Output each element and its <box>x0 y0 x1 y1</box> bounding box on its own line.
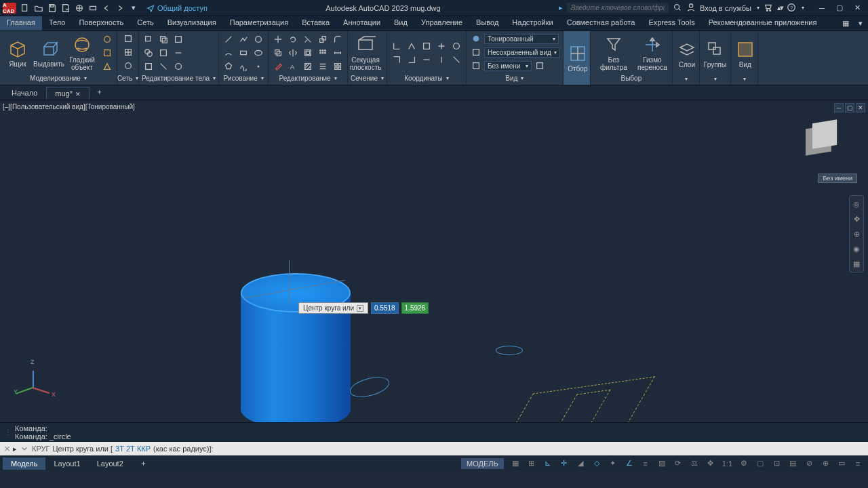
panel-solidedit-label[interactable]: Редактирование тела▾ <box>142 73 216 83</box>
tab-dd-icon[interactable]: ▾ <box>853 16 868 30</box>
viewport-label[interactable]: [–][Пользовательский вид][Тонированный] <box>3 103 135 110</box>
filetab-new-icon[interactable]: ＋ <box>90 84 109 100</box>
tab-annotate[interactable]: Аннотации <box>336 16 387 30</box>
tab-view[interactable]: Вид <box>387 16 414 30</box>
cycling-icon[interactable]: ⟳ <box>671 458 686 470</box>
cmd-run-icon[interactable]: ▸ <box>13 445 17 453</box>
layers-button[interactable]: Слои <box>675 38 698 70</box>
app-icon[interactable]: A CAD <box>3 3 16 14</box>
3dosnap-icon[interactable]: ✦ <box>606 458 620 470</box>
tab-mesh[interactable]: Сеть <box>130 16 160 30</box>
annotation-icon[interactable]: ⚖ <box>687 458 702 470</box>
mod-stretch-icon[interactable] <box>331 47 344 59</box>
maximize-icon[interactable]: ▢ <box>831 2 848 14</box>
extrude-button[interactable]: Выдавить <box>34 37 64 69</box>
handle-sketch[interactable] <box>348 373 392 401</box>
se-2-icon[interactable] <box>157 33 170 45</box>
app-store-icon[interactable]: ▴▾ <box>777 3 783 12</box>
tab-featured[interactable]: Рекомендованные приложения <box>702 16 824 30</box>
search-input[interactable] <box>567 3 669 13</box>
nav-zoom-icon[interactable]: ⊕ <box>851 228 862 239</box>
gizmo-button[interactable]: Гизмопереноса <box>635 33 669 73</box>
vp-close-icon[interactable]: ✕ <box>856 103 865 113</box>
qat-plot-icon[interactable] <box>87 2 99 14</box>
workspace-icon[interactable]: ⚙ <box>736 458 751 470</box>
visual-style-combo[interactable]: Тонированный▾ <box>484 34 559 44</box>
cart-icon[interactable] <box>764 3 773 14</box>
mesh-tool-1-icon[interactable] <box>121 33 135 45</box>
ucs-8-icon[interactable] <box>420 54 433 66</box>
mod-array-icon[interactable] <box>316 47 330 59</box>
help-icon[interactable]: ? <box>787 3 796 14</box>
tab-manage[interactable]: Управление <box>414 16 469 30</box>
cmd-close-icon[interactable]: ✕ <box>4 445 10 453</box>
mod-scale-icon[interactable] <box>316 33 330 45</box>
panel-viewpanel-dd[interactable]: ▾ <box>734 75 755 83</box>
panel-view-label[interactable]: Вид▾ <box>469 73 560 83</box>
vp-maximize-icon[interactable]: ▢ <box>845 103 854 113</box>
se-1-icon[interactable] <box>142 33 155 45</box>
qat-saveas-icon[interactable] <box>60 2 72 14</box>
qat-new-icon[interactable] <box>19 2 31 14</box>
mod-hatch-icon[interactable] <box>301 60 315 73</box>
tab-addins[interactable]: Надстройки <box>505 16 559 30</box>
tab-insert[interactable]: Вставка <box>295 16 336 30</box>
named-view-combo[interactable]: Без имени▾ <box>484 61 532 71</box>
section-button[interactable]: Секущаяплоскость <box>351 33 380 73</box>
viewcube-label[interactable]: Без имени <box>818 174 857 183</box>
user-icon[interactable] <box>686 3 696 14</box>
qat-dd-icon[interactable]: ▾ <box>127 2 140 14</box>
mesh-tool-3-icon[interactable] <box>121 60 135 72</box>
layout-add-icon[interactable]: ＋ <box>132 456 155 470</box>
tab-collab[interactable]: Совместная работа <box>560 16 642 30</box>
osnap-icon[interactable]: ◇ <box>589 458 604 470</box>
annomonitor-icon[interactable]: ▢ <box>753 458 768 470</box>
tab-surface[interactable]: Поверхность <box>72 16 130 30</box>
isolate-icon[interactable]: ⊘ <box>802 458 816 470</box>
minimize-icon[interactable]: ─ <box>814 2 830 14</box>
snap-icon[interactable]: ⊞ <box>524 458 539 470</box>
sketch-right[interactable] <box>498 376 655 422</box>
cleanscreen-icon[interactable]: ▭ <box>834 458 849 470</box>
filetab-mug[interactable]: mug*✕ <box>46 87 90 100</box>
solid-tool-2-icon[interactable] <box>100 47 114 59</box>
close-icon[interactable]: ✕ <box>849 2 865 14</box>
se-8-icon[interactable] <box>157 60 170 73</box>
ucs-9-icon[interactable] <box>435 54 448 66</box>
panel-layers-dd[interactable]: ▾ <box>675 75 696 83</box>
iso-icon[interactable]: ◢ <box>573 458 588 470</box>
panel-modify-label[interactable]: Редактирование▾ <box>271 73 344 83</box>
draw-circle-icon[interactable] <box>252 33 265 45</box>
vs-named-icon[interactable] <box>469 60 483 72</box>
vp-minimize-icon[interactable]: ─ <box>834 103 844 113</box>
tab-home[interactable]: Главная <box>0 16 42 30</box>
share-link[interactable]: Общий доступ <box>146 4 208 12</box>
units-icon[interactable]: ⊡ <box>769 458 784 470</box>
nav-showmotion-icon[interactable]: ▦ <box>851 258 862 269</box>
ucs-5-icon[interactable] <box>450 40 463 52</box>
mod-trim-icon[interactable] <box>301 33 315 45</box>
tab-solid[interactable]: Тело <box>42 16 73 30</box>
scale-label[interactable]: 1:1 <box>719 458 735 470</box>
se-3-icon[interactable] <box>172 33 185 45</box>
layout-1[interactable]: Layout1 <box>45 458 88 470</box>
ucs-2-icon[interactable] <box>405 40 418 52</box>
groups-button[interactable]: Группы <box>703 38 728 70</box>
se-5-icon[interactable] <box>157 47 170 59</box>
grid-icon[interactable]: ▦ <box>508 458 523 470</box>
viewpanel-button[interactable]: Вид <box>734 38 757 70</box>
mod-fillet-icon[interactable] <box>331 33 344 45</box>
se-4-icon[interactable] <box>142 47 155 59</box>
mod-explode-icon[interactable] <box>331 60 344 73</box>
mod-text-icon[interactable]: A <box>286 60 300 73</box>
panel-groups-dd[interactable]: ▾ <box>703 75 728 83</box>
filetab-close-icon[interactable]: ✕ <box>75 91 81 98</box>
tab-visualize[interactable]: Визуализация <box>161 16 223 30</box>
login-label[interactable]: Вход в службы <box>700 4 751 12</box>
search-icon[interactable] <box>673 3 682 14</box>
se-7-icon[interactable] <box>142 60 155 73</box>
draw-line-icon[interactable] <box>222 33 235 45</box>
panel-draw-label[interactable]: Рисование▾ <box>222 73 265 83</box>
qat-save-icon[interactable] <box>46 2 58 14</box>
nav-wheel-icon[interactable]: ◎ <box>851 199 862 209</box>
